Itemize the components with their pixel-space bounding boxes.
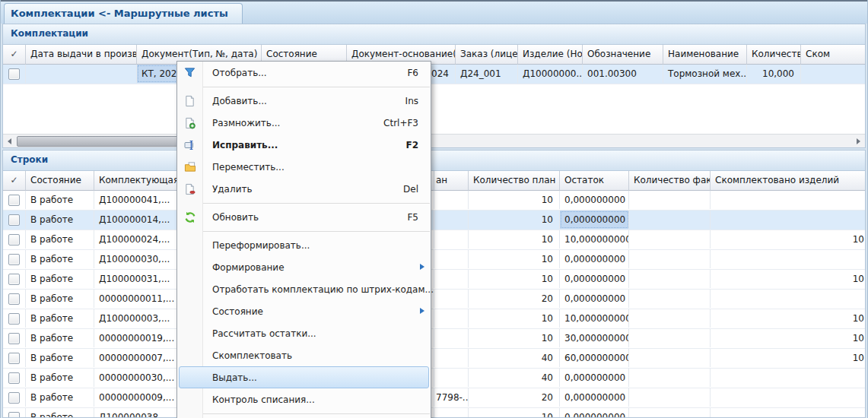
cell-remainder[interactable]: 0,000000000 — [560, 408, 629, 418]
cell-check[interactable] — [3, 408, 26, 418]
table-row[interactable]: В работе00000000011,...200,000000000 — [3, 290, 865, 309]
cell-qty-fact[interactable] — [629, 349, 711, 367]
cell-assembled-items[interactable] — [711, 408, 866, 418]
cell-plan-tail[interactable] — [434, 250, 469, 268]
menu-item-duplicate[interactable]: Размножить...Ctrl+F3 — [177, 112, 431, 134]
cell-remainder[interactable]: 10,000000000 — [560, 309, 629, 328]
cell-component[interactable]: Д100000024,... — [94, 230, 180, 249]
cell-remainder[interactable]: 30,000000000 — [560, 329, 629, 347]
cell-qty-plan[interactable]: 10 — [469, 408, 560, 418]
cell-name[interactable]: Тормозной мех... — [663, 65, 747, 83]
menu-item-issue[interactable]: Выдать... — [179, 366, 429, 388]
cell-assembled-items[interactable]: 10 — [711, 329, 866, 347]
table-row[interactable]: В работеД100000038,...100,000000000 — [3, 408, 865, 418]
cell-assembled-items[interactable] — [711, 250, 866, 268]
cell-qty-fact[interactable] — [629, 290, 711, 308]
cell-component[interactable]: 00000000030,... — [94, 369, 180, 387]
cell-check[interactable] — [3, 230, 26, 249]
cell-qty-fact[interactable] — [629, 211, 711, 229]
cell-check[interactable] — [3, 65, 26, 83]
table-row[interactable]: В работеД100000003,...1010,00000000010 — [3, 309, 865, 329]
cell-qty-plan[interactable]: 20 — [469, 388, 560, 407]
column-header-product[interactable]: Изделие (Номе — [518, 45, 583, 65]
table-row[interactable]: В работеД100000041,...100,000000000 — [3, 191, 865, 211]
cell-state[interactable]: В работе — [26, 211, 94, 229]
table-row[interactable]: В работе00000000030,...400,000000000 — [3, 369, 865, 388]
cell-qty-plan[interactable]: 10 — [469, 250, 560, 268]
cell-remainder[interactable]: 0,000000000 — [560, 290, 629, 308]
cell-qty-plan[interactable]: 10 — [469, 309, 560, 328]
column-header-qty-plan[interactable]: Количество план — [469, 171, 560, 191]
cell-plan-tail[interactable] — [434, 349, 469, 367]
cell-plan-tail[interactable] — [434, 369, 469, 387]
cell-component[interactable]: Д100000003,... — [94, 309, 180, 328]
cell-qty-fact[interactable] — [629, 329, 711, 347]
cell-order[interactable]: Д24_001 — [456, 65, 518, 83]
row-checkbox[interactable] — [8, 392, 20, 404]
cell-assembled-items[interactable]: 10 — [711, 270, 866, 288]
cell-remainder[interactable]: 0,000000000 — [560, 388, 629, 407]
cell-plan-tail[interactable] — [434, 230, 469, 249]
menu-item-barcode[interactable]: Отработать комплектацию по штрих-кодам..… — [177, 278, 431, 300]
breadcrumb-tab[interactable]: Комплектации <- Маршрутные листы — [4, 3, 243, 24]
cell-qty-fact[interactable] — [629, 408, 711, 418]
cell-check[interactable] — [3, 388, 26, 407]
cell-component[interactable]: Д100000031,... — [94, 270, 180, 288]
cell-qty-fact[interactable] — [629, 369, 711, 387]
column-header-check[interactable]: ✓ — [3, 171, 26, 191]
menu-item-edit[interactable]: Исправить...F2 — [177, 134, 431, 156]
cell-component[interactable]: Д100000030,... — [94, 250, 180, 268]
cell-component[interactable]: 00000000011,... — [94, 290, 180, 308]
cell-assembled-items[interactable] — [711, 211, 866, 229]
row-checkbox[interactable] — [8, 214, 20, 226]
cell-designation[interactable]: 001.00300 — [583, 65, 663, 83]
column-header-date-issued[interactable]: Дата выдачи в произв — [26, 45, 137, 65]
cell-component[interactable]: 00000000019,... — [94, 329, 180, 347]
column-header-component[interactable]: Комплектующая — [94, 171, 180, 191]
row-checkbox[interactable] — [8, 353, 20, 364]
table-row[interactable]: КТ, 2024024Д24_001Д10000000...001.00300Т… — [3, 65, 865, 84]
cell-state[interactable]: В работе — [26, 349, 94, 367]
cell-state[interactable]: В работе — [26, 388, 94, 407]
menu-item-calc-remainders[interactable]: Рассчитать остатки... — [177, 322, 431, 344]
cell-state[interactable]: В работе — [26, 309, 94, 328]
table-row[interactable]: В работе00000000019,...1030,00000000010 — [3, 329, 865, 349]
menu-item-state[interactable]: Состояние — [177, 300, 431, 322]
cell-check[interactable] — [3, 211, 26, 229]
cell-qty-fact[interactable] — [629, 191, 711, 209]
cell-state[interactable]: В работе — [26, 270, 94, 288]
cell-plan-tail[interactable] — [434, 408, 469, 418]
cell-assembled[interactable] — [801, 65, 866, 83]
menu-item-formation[interactable]: Формирование — [177, 256, 431, 278]
cell-assembled-items[interactable]: 10 — [711, 309, 866, 328]
cell-plan-tail[interactable] — [434, 211, 469, 229]
cell-assembled-items[interactable]: 10 — [711, 230, 866, 249]
cell-product[interactable]: Д10000000... — [518, 65, 583, 83]
cell-state[interactable]: В работе — [26, 230, 94, 249]
cell-remainder[interactable]: 0,000000000 — [560, 270, 629, 288]
cell-check[interactable] — [3, 290, 26, 308]
menu-item-reform[interactable]: Переформировать... — [177, 234, 431, 256]
cell-qty-fact[interactable] — [629, 270, 711, 288]
menu-item-add[interactable]: Добавить...Ins — [177, 90, 431, 112]
column-header-assembled-items[interactable]: Скомплектовано изделий — [711, 171, 866, 191]
column-header-order[interactable]: Заказ (лицево — [456, 45, 518, 65]
cell-check[interactable] — [3, 270, 26, 288]
cell-assembled-items[interactable]: 10 — [711, 349, 866, 367]
cell-qty-fact[interactable] — [629, 250, 711, 268]
table-row[interactable]: В работеД100000031,...100,00000000010 — [3, 270, 865, 290]
cell-state[interactable]: В работе — [26, 250, 94, 268]
cell-check[interactable] — [3, 369, 26, 387]
column-header-name[interactable]: Наименование — [663, 45, 747, 65]
row-checkbox[interactable] — [8, 313, 20, 325]
cell-state[interactable]: В работе — [26, 408, 94, 418]
column-header-remainder[interactable]: Остаток — [560, 171, 629, 191]
row-checkbox[interactable] — [8, 372, 20, 384]
cell-qty-fact[interactable] — [629, 309, 711, 328]
cell-remainder[interactable]: 0,000000000 — [560, 191, 629, 209]
row-checkbox[interactable] — [8, 412, 20, 418]
menu-item-filter[interactable]: Отобрать...F6 — [177, 62, 431, 84]
table-row[interactable]: В работеД100000030,...100,000000000 — [3, 250, 865, 270]
scroll-left-button[interactable] — [3, 135, 16, 147]
column-header-check[interactable]: ✓ — [3, 45, 26, 65]
